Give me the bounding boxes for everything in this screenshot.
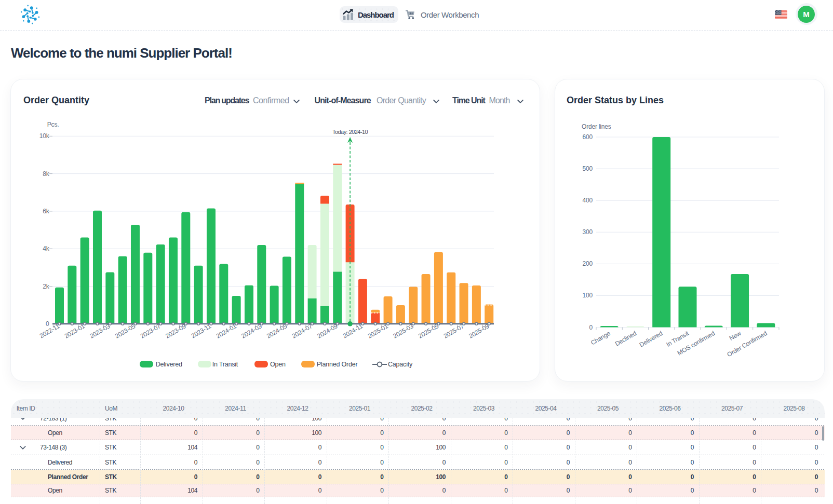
svg-text:2023-01: 2023-01 <box>63 322 86 340</box>
svg-text:500: 500 <box>583 165 593 172</box>
svg-text:2024-05: 2024-05 <box>265 322 288 340</box>
svg-text:600: 600 <box>583 133 593 141</box>
svg-text:8k: 8k <box>43 170 49 178</box>
svg-text:2024-07: 2024-07 <box>291 322 314 340</box>
svg-text:2024-11: 2024-11 <box>342 322 365 339</box>
svg-text:2025-01: 2025-01 <box>367 322 389 340</box>
svg-text:2025-09: 2025-09 <box>467 322 490 340</box>
svg-text:Change: Change <box>589 330 612 347</box>
svg-text:Pcs.: Pcs. <box>47 121 59 128</box>
svg-text:2025-05: 2025-05 <box>417 322 440 340</box>
svg-text:Today: 2024-10: Today: 2024-10 <box>332 129 368 135</box>
svg-text:Order lines: Order lines <box>582 123 611 130</box>
svg-text:2024-01: 2024-01 <box>215 322 238 340</box>
svg-text:400: 400 <box>583 197 593 204</box>
svg-text:0: 0 <box>589 324 593 331</box>
svg-text:New: New <box>728 330 743 342</box>
svg-text:2022-11: 2022-11 <box>38 322 61 339</box>
svg-text:100: 100 <box>583 292 593 299</box>
svg-text:Delivered: Delivered <box>638 330 664 349</box>
svg-text:2025-07: 2025-07 <box>442 322 465 340</box>
svg-text:2023-05: 2023-05 <box>114 322 137 340</box>
svg-text:300: 300 <box>583 228 593 236</box>
svg-text:2023-11: 2023-11 <box>190 322 213 339</box>
svg-text:Declined: Declined <box>614 330 638 348</box>
svg-text:2023-03: 2023-03 <box>88 322 111 340</box>
svg-text:2k: 2k <box>43 283 49 290</box>
svg-text:0: 0 <box>46 320 49 328</box>
svg-text:2024-09: 2024-09 <box>316 322 339 340</box>
svg-text:4k: 4k <box>43 245 49 252</box>
svg-text:2024-03: 2024-03 <box>240 322 263 340</box>
svg-text:200: 200 <box>583 260 593 267</box>
svg-text:2023-09: 2023-09 <box>164 322 187 340</box>
svg-text:6k: 6k <box>43 208 49 215</box>
svg-text:2023-07: 2023-07 <box>139 322 162 340</box>
svg-text:10k: 10k <box>39 132 50 140</box>
svg-text:2025-03: 2025-03 <box>392 322 414 340</box>
